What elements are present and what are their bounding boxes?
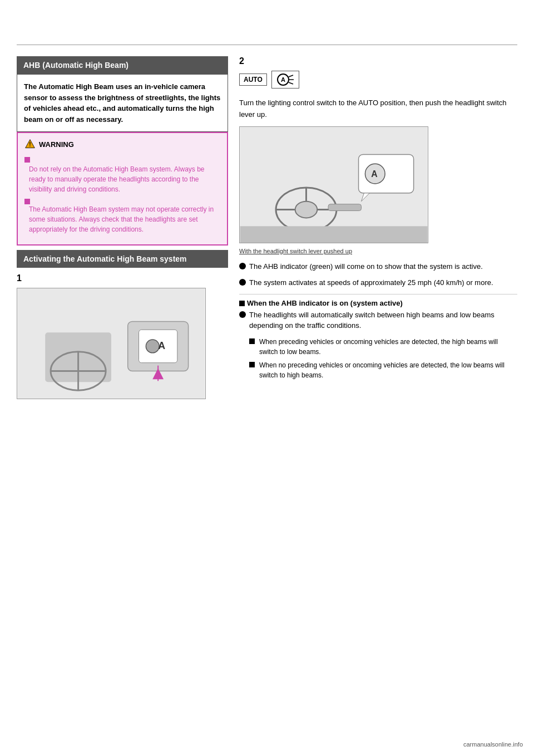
bullet-2-text: The system activates at speeds of approx… xyxy=(249,277,493,288)
watermark: carmanualsonline.info xyxy=(463,741,523,748)
sub-bullet-1-row: When preceding vehicles or oncoming vehi… xyxy=(249,337,517,357)
section-heading-row: When the AHB indicator is on (system act… xyxy=(239,299,517,307)
svg-text:A: A xyxy=(371,169,378,179)
auto-text: AUTO xyxy=(244,76,263,84)
warning-label: WARNING xyxy=(39,140,74,149)
warning-bullet-square-1 xyxy=(24,157,30,163)
headlight-icon-box: A xyxy=(271,71,299,89)
sub-bullet-2-text: When no preceding vehicles or oncoming v… xyxy=(259,360,517,380)
section-bullet-circle xyxy=(239,311,246,318)
warning-text: Do not rely on the Automatic High Beam s… xyxy=(24,154,220,234)
right-bullet-1: The AHB indicator (green) will come on t… xyxy=(239,261,517,272)
page-container: AHB (Automatic High Beam) The Automatic … xyxy=(0,0,534,756)
sub-bullets: When preceding vehicles or oncoming vehi… xyxy=(249,337,517,380)
description-text: The Automatic High Beam uses an in-vehic… xyxy=(24,82,220,124)
svg-text:A: A xyxy=(281,76,285,83)
right-bullet-2: The system activates at speeds of approx… xyxy=(239,277,517,288)
top-rule xyxy=(17,45,517,45)
auto-button-row: AUTO A xyxy=(239,71,517,89)
sub-bullet-sq-2 xyxy=(249,362,255,367)
warning-bullet-1: Do not rely on the Automatic High Beam s… xyxy=(24,164,220,194)
section-text1: The headlights will automatically switch… xyxy=(249,310,517,331)
sub-bullet-1-text: When preceding vehicles or oncoming vehi… xyxy=(259,337,517,357)
step1-svg: A xyxy=(17,288,205,399)
section-divider xyxy=(239,294,517,294)
activating-title-box: Activating the Automatic High Beam syste… xyxy=(17,250,228,268)
svg-point-20 xyxy=(295,201,318,218)
activating-title: Activating the Automatic High Beam syste… xyxy=(23,254,187,263)
step1-number: 1 xyxy=(17,273,228,283)
step2-text: Turn the lighting control switch to the … xyxy=(239,97,517,121)
warning-bullet-square-2 xyxy=(24,199,30,204)
svg-rect-29 xyxy=(240,226,428,243)
sub-bullet-sq-1 xyxy=(249,338,255,344)
step2-svg: A xyxy=(240,127,428,243)
warning-box: ! WARNING Do not rely on the Automatic H… xyxy=(17,132,228,246)
step2-number: 2 xyxy=(239,56,517,66)
svg-line-17 xyxy=(289,82,293,84)
warning-triangle-icon: ! xyxy=(24,139,36,150)
bullet-1-text: The AHB indicator (green) will come on t… xyxy=(249,261,483,272)
section-heading-bullet xyxy=(239,301,245,306)
ahb-title: AHB (Automatic High Beam) xyxy=(23,61,128,70)
section-body-bullet: The headlights will automatically switch… xyxy=(239,310,517,331)
svg-point-9 xyxy=(146,340,159,353)
sub-bullet-2-row: When no preceding vehicles or oncoming v… xyxy=(249,360,517,380)
description-box: The Automatic High Beam uses an in-vehic… xyxy=(17,74,228,132)
warning-bullet-2: The Automatic High Beam system may not o… xyxy=(24,204,220,234)
bullet-circle-2 xyxy=(239,279,246,286)
step2-illustration: A xyxy=(239,126,428,243)
auto-button-label: AUTO xyxy=(239,73,267,86)
headlight-icon: A xyxy=(276,73,294,86)
caption-text: With the headlight switch lever pushed u… xyxy=(239,248,517,254)
svg-rect-24 xyxy=(328,204,361,210)
svg-text:A: A xyxy=(158,340,165,351)
step1-illustration: A xyxy=(17,288,206,399)
right-column: 2 AUTO A Turn the lig xyxy=(239,56,517,382)
ahb-title-box: AHB (Automatic High Beam) xyxy=(17,56,228,74)
bullet-circle-1 xyxy=(239,263,246,269)
section-heading-text: When the AHB indicator is on (system act… xyxy=(247,299,403,307)
left-column: AHB (Automatic High Beam) The Automatic … xyxy=(17,56,228,404)
svg-text:!: ! xyxy=(29,141,31,148)
content-wrapper: AHB (Automatic High Beam) The Automatic … xyxy=(0,56,534,404)
warning-header: ! WARNING xyxy=(24,139,220,150)
svg-line-15 xyxy=(289,75,293,77)
